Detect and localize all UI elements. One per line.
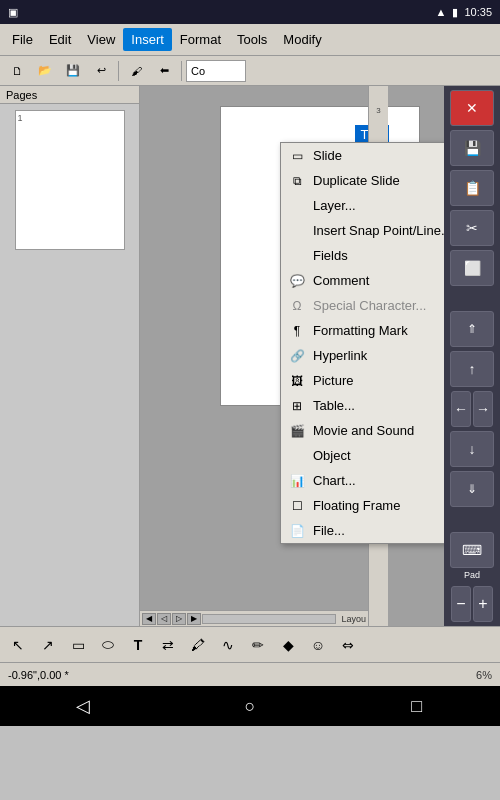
pages-label: Pages — [0, 86, 140, 104]
scroll-left-btn[interactable]: ◀ — [142, 613, 156, 625]
pad-label: Pad — [464, 570, 480, 580]
nav-right-button[interactable]: → — [473, 391, 493, 427]
doc-area: The 3 3 6 9 12 ◀ ◁ ▷ ▶ Layou ▭ Slide ⧉ — [140, 86, 444, 626]
wifi-icon: ▲ — [436, 6, 447, 18]
back-button[interactable]: ◁ — [61, 691, 105, 721]
page-thumbnail[interactable]: 1 — [15, 110, 125, 250]
menu-item-duplicate-slide[interactable]: ⧉ Duplicate Slide — [281, 168, 444, 193]
menu-item-hyperlink[interactable]: 🔗 Hyperlink — [281, 343, 444, 368]
nav-up-button[interactable]: ↑ — [450, 351, 494, 387]
draw-smiley[interactable]: ☺ — [304, 631, 332, 659]
hscroll-bar: ◀ ◁ ▷ ▶ Layou — [140, 610, 368, 626]
recent-button[interactable]: □ — [395, 691, 439, 721]
toolbar-back[interactable]: ⬅ — [151, 59, 177, 83]
status-left: ▣ — [8, 6, 18, 19]
menu-item-floating-frame[interactable]: ☐ Floating Frame — [281, 493, 444, 518]
menu-edit[interactable]: Edit — [41, 28, 79, 51]
toolbar-undo[interactable]: ↩ — [88, 59, 114, 83]
save-button[interactable]: 💾 — [450, 130, 494, 166]
menu-item-chart[interactable]: 📊 Chart... — [281, 468, 444, 493]
toolbar-text-input[interactable] — [186, 60, 246, 82]
menu-tools[interactable]: Tools — [229, 28, 275, 51]
plus-button[interactable]: + — [473, 586, 493, 622]
right-panel: ✕ 💾 📋 ✂ ⬜ ⇑ ↑ ← → ↓ ⇓ ⌨ Pad − + — [444, 86, 500, 626]
menu-item-formatting-mark[interactable]: ¶ Formatting Mark ▶ — [281, 318, 444, 343]
file-icon: 📄 — [287, 524, 307, 538]
nav-top-button[interactable]: ⇑ — [450, 311, 494, 347]
menu-insert[interactable]: Insert — [123, 28, 172, 51]
menu-modify[interactable]: Modify — [275, 28, 329, 51]
close-button[interactable]: ✕ — [450, 90, 494, 126]
chart-icon: 📊 — [287, 474, 307, 488]
toolbar-sep1 — [118, 61, 119, 81]
toolbar-paint[interactable]: 🖌 — [123, 59, 149, 83]
copy-button[interactable]: 📋 — [450, 170, 494, 206]
coordinates-display: -0.96",0.00 * — [8, 669, 69, 681]
draw-double-arrow[interactable]: ⇔ — [334, 631, 362, 659]
toolbar: 🗋 📂 💾 ↩ 🖌 ⬅ — [0, 56, 500, 86]
draw-select[interactable]: ↖ — [4, 631, 32, 659]
floating-frame-icon: ☐ — [287, 499, 307, 513]
scroll-track[interactable] — [202, 614, 336, 624]
nav-bottom-button[interactable]: ⇓ — [450, 471, 494, 507]
draw-text[interactable]: T — [124, 631, 152, 659]
insert-dropdown-menu: ▭ Slide ⧉ Duplicate Slide Layer... Inser… — [280, 142, 444, 544]
duplicate-icon: ⧉ — [287, 174, 307, 188]
main-area: Pages 1 The 3 3 6 9 12 ◀ ◁ ▷ ▶ Layou — [0, 86, 500, 626]
nav-left-button[interactable]: ← — [451, 391, 471, 427]
battery-icon: ▮ — [452, 6, 458, 19]
menu-item-table[interactable]: ⊞ Table... — [281, 393, 444, 418]
draw-line[interactable]: ↗ — [34, 631, 62, 659]
draw-flip[interactable]: ⇄ — [154, 631, 182, 659]
home-button[interactable]: ○ — [228, 691, 272, 721]
menu-item-object[interactable]: Object ▶ — [281, 443, 444, 468]
paste-button[interactable]: ⬜ — [450, 250, 494, 286]
ruler-mark-1: 3 — [376, 106, 380, 115]
scroll-right-btn[interactable]: ▶ — [187, 613, 201, 625]
draw-color[interactable]: 🖍 — [184, 631, 212, 659]
system-nav-bar: ◁ ○ □ — [0, 686, 500, 726]
scroll-prev-btn[interactable]: ◁ — [157, 613, 171, 625]
toolbar-open[interactable]: 📂 — [32, 59, 58, 83]
draw-diamond[interactable]: ◆ — [274, 631, 302, 659]
menu-bar: File Edit View Insert Format Tools Modif… — [0, 24, 500, 56]
layout-label: Layou — [341, 614, 366, 624]
nav-down-button[interactable]: ↓ — [450, 431, 494, 467]
keyboard-button[interactable]: ⌨ — [450, 532, 494, 568]
scroll-next-btn[interactable]: ▷ — [172, 613, 186, 625]
toolbar-sep2 — [181, 61, 182, 81]
menu-item-special-char[interactable]: Ω Special Character... — [281, 293, 444, 318]
time-display: 10:35 — [464, 6, 492, 18]
status-bar: ▣ ▲ ▮ 10:35 — [0, 0, 500, 24]
special-char-icon: Ω — [287, 299, 307, 313]
formatting-mark-icon: ¶ — [287, 324, 307, 338]
zoom-display: 6% — [476, 669, 492, 681]
bottom-bar: -0.96",0.00 * 6% — [0, 662, 500, 686]
hyperlink-icon: 🔗 — [287, 349, 307, 363]
cut-button[interactable]: ✂ — [450, 210, 494, 246]
draw-rect[interactable]: ▭ — [64, 631, 92, 659]
draw-freehand[interactable]: ✏ — [244, 631, 272, 659]
bottom-left: -0.96",0.00 * — [8, 669, 69, 681]
menu-item-layer[interactable]: Layer... — [281, 193, 444, 218]
menu-item-file[interactable]: 📄 File... — [281, 518, 444, 543]
minus-button[interactable]: − — [451, 586, 471, 622]
slide-icon: ▭ — [287, 149, 307, 163]
draw-curve[interactable]: ∿ — [214, 631, 242, 659]
movie-icon: 🎬 — [287, 424, 307, 438]
menu-file[interactable]: File — [4, 28, 41, 51]
menu-format[interactable]: Format — [172, 28, 229, 51]
menu-item-insert-snap[interactable]: Insert Snap Point/Line... — [281, 218, 444, 243]
draw-ellipse[interactable]: ⬭ — [94, 631, 122, 659]
page-number: 1 — [18, 113, 23, 123]
menu-item-slide[interactable]: ▭ Slide — [281, 143, 444, 168]
menu-view[interactable]: View — [79, 28, 123, 51]
menu-item-comment[interactable]: 💬 Comment — [281, 268, 444, 293]
menu-item-movie-sound[interactable]: 🎬 Movie and Sound — [281, 418, 444, 443]
toolbar-save[interactable]: 💾 — [60, 59, 86, 83]
menu-item-picture[interactable]: 🖼 Picture ▶ — [281, 368, 444, 393]
comment-icon: 💬 — [287, 274, 307, 288]
toolbar-new[interactable]: 🗋 — [4, 59, 30, 83]
menu-item-fields[interactable]: Fields ▶ — [281, 243, 444, 268]
picture-icon: 🖼 — [287, 374, 307, 388]
